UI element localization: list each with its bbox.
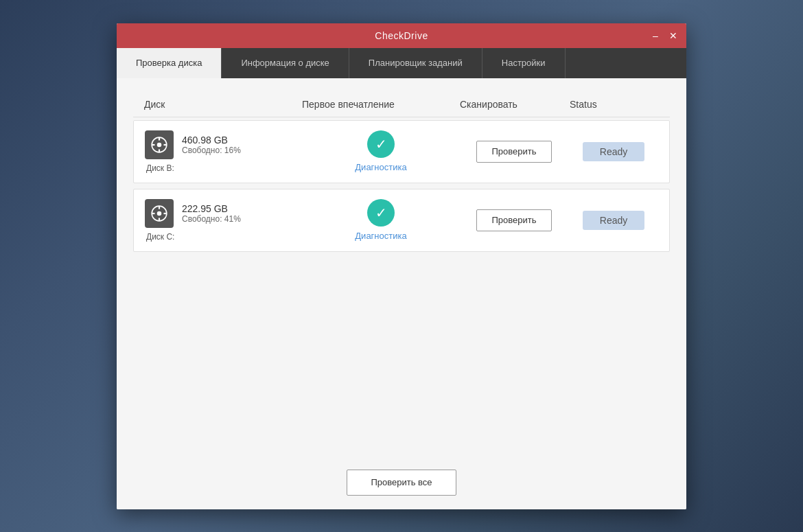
- title-bar: CheckDrive – ✕: [117, 23, 686, 48]
- svg-rect-4: [152, 143, 154, 145]
- table-row: 460.98 GB Свободно: 16% Диск B: ✓ Диагно…: [133, 120, 670, 183]
- minimize-button[interactable]: –: [648, 28, 663, 43]
- status-col-c: Ready: [569, 211, 658, 230]
- check-all-button[interactable]: Проверить все: [347, 470, 456, 496]
- diagnostic-link-b[interactable]: Диагностика: [355, 162, 406, 172]
- diagnostic-col-b: ✓ Диагностика: [303, 130, 459, 172]
- disk-info-c: 222.95 GB Свободно: 41% Диск C:: [145, 199, 303, 242]
- close-button[interactable]: ✕: [666, 28, 681, 43]
- content-area: Диск Первое впечатление Сканировать Stat…: [117, 78, 686, 456]
- col-disk: Диск: [144, 99, 302, 110]
- svg-point-7: [157, 211, 162, 216]
- window-controls: – ✕: [648, 28, 681, 43]
- tab-scheduler[interactable]: Планировщик заданий: [349, 48, 482, 78]
- main-window: CheckDrive – ✕ Проверка диска Информация…: [117, 23, 686, 509]
- status-col-b: Ready: [569, 142, 658, 161]
- col-status: Status: [570, 99, 659, 110]
- disk-c-free: Свободно: 41%: [182, 214, 241, 224]
- col-scan: Сканировать: [460, 99, 570, 110]
- table-row: 222.95 GB Свободно: 41% Диск C: ✓ Диагно…: [133, 189, 670, 252]
- disk-b-free: Свободно: 16%: [182, 146, 241, 155]
- col-impression: Первое впечатление: [302, 99, 460, 110]
- svg-rect-9: [159, 218, 160, 220]
- disk-c-label: Диск C:: [145, 232, 303, 242]
- disk-b-size: 460.98 GB: [182, 135, 241, 146]
- status-badge-c: Ready: [583, 211, 644, 230]
- scan-col-b: Проверить: [459, 141, 569, 163]
- diagnostic-col-c: ✓ Диагностика: [303, 199, 459, 241]
- status-badge-b: Ready: [583, 142, 644, 161]
- svg-rect-3: [159, 149, 160, 152]
- scan-col-c: Проверить: [459, 209, 569, 231]
- table-header: Диск Первое впечатление Сканировать Stat…: [133, 92, 670, 117]
- svg-rect-8: [159, 206, 160, 209]
- disk-b-label: Диск B:: [145, 163, 303, 173]
- scan-button-b[interactable]: Проверить: [476, 141, 552, 163]
- tab-bar: Проверка диска Информация о диске Планир…: [117, 48, 686, 78]
- disk-icon-c: [145, 199, 174, 228]
- disk-icon-b: [145, 130, 174, 159]
- tab-settings[interactable]: Настройки: [482, 48, 566, 78]
- diagnostic-link-c[interactable]: Диагностика: [355, 231, 406, 241]
- bottom-bar: Проверить все: [117, 456, 686, 509]
- disk-c-size: 222.95 GB: [182, 203, 241, 214]
- scan-button-c[interactable]: Проверить: [476, 209, 552, 231]
- svg-rect-2: [159, 137, 160, 140]
- tab-check-disk[interactable]: Проверка диска: [117, 48, 222, 78]
- svg-rect-5: [164, 143, 167, 145]
- check-icon-b: ✓: [367, 130, 395, 158]
- svg-point-1: [157, 142, 162, 147]
- svg-rect-11: [164, 212, 167, 213]
- disk-info-b: 460.98 GB Свободно: 16% Диск B:: [145, 130, 303, 173]
- window-title: CheckDrive: [375, 30, 428, 41]
- svg-rect-10: [152, 212, 154, 213]
- check-icon-c: ✓: [367, 199, 395, 227]
- tab-disk-info[interactable]: Информация о диске: [222, 48, 349, 78]
